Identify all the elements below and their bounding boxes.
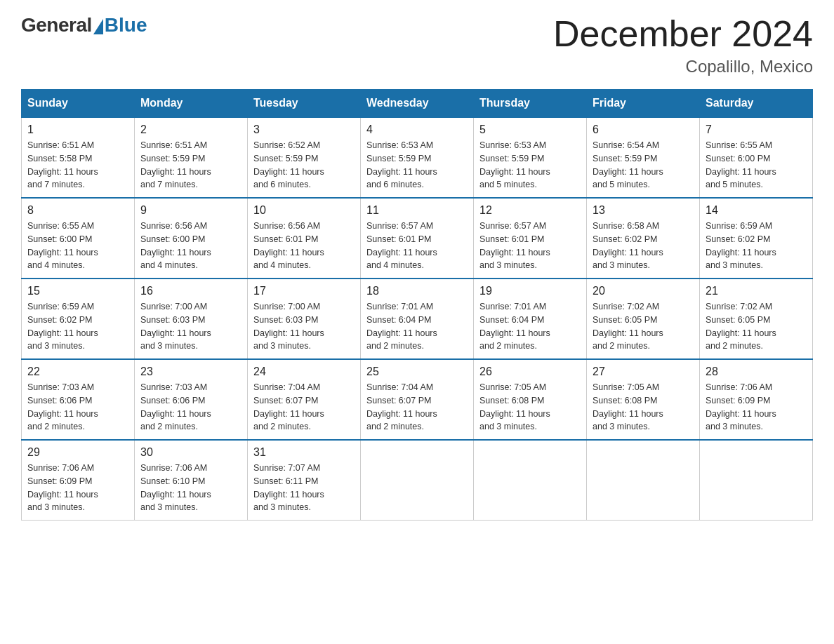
logo-triangle-icon (93, 19, 103, 34)
day-info-12: Sunrise: 6:57 AMSunset: 6:01 PMDaylight:… (479, 220, 581, 272)
cell-week5-day2: 31Sunrise: 7:07 AMSunset: 6:11 PMDayligh… (248, 440, 361, 521)
header-saturday: Saturday (700, 90, 813, 118)
header-sunday: Sunday (22, 90, 135, 118)
day-number-3: 3 (253, 123, 355, 136)
day-info-30: Sunrise: 7:06 AMSunset: 6:10 PMDaylight:… (140, 462, 241, 514)
day-info-21: Sunrise: 7:02 AMSunset: 6:05 PMDaylight:… (706, 300, 807, 353)
cell-week1-day2: 3Sunrise: 6:52 AMSunset: 5:59 PMDaylight… (248, 117, 361, 198)
week-row-1: 1Sunrise: 6:51 AMSunset: 5:58 PMDaylight… (22, 117, 813, 198)
week-row-5: 29Sunrise: 7:06 AMSunset: 6:09 PMDayligh… (22, 440, 813, 521)
day-info-15: Sunrise: 6:59 AMSunset: 6:02 PMDaylight:… (27, 300, 128, 353)
day-info-14: Sunrise: 6:59 AMSunset: 6:02 PMDaylight:… (706, 220, 807, 272)
day-number-8: 8 (27, 204, 128, 217)
day-info-13: Sunrise: 6:58 AMSunset: 6:02 PMDaylight:… (593, 220, 694, 272)
day-info-17: Sunrise: 7:00 AMSunset: 6:03 PMDaylight:… (253, 300, 355, 353)
day-info-9: Sunrise: 6:56 AMSunset: 6:00 PMDaylight:… (140, 220, 241, 272)
day-info-27: Sunrise: 7:05 AMSunset: 6:08 PMDaylight:… (593, 381, 694, 434)
week-row-3: 15Sunrise: 6:59 AMSunset: 6:02 PMDayligh… (22, 279, 813, 359)
cell-week4-day4: 26Sunrise: 7:05 AMSunset: 6:08 PMDayligh… (474, 359, 587, 440)
cell-week1-day3: 4Sunrise: 6:53 AMSunset: 5:59 PMDaylight… (361, 117, 474, 198)
cell-week4-day3: 25Sunrise: 7:04 AMSunset: 6:07 PMDayligh… (361, 359, 474, 440)
cell-week4-day2: 24Sunrise: 7:04 AMSunset: 6:07 PMDayligh… (248, 359, 361, 440)
day-info-20: Sunrise: 7:02 AMSunset: 6:05 PMDaylight:… (593, 300, 694, 353)
day-number-17: 17 (253, 285, 355, 297)
day-number-26: 26 (479, 365, 581, 378)
day-info-23: Sunrise: 7:03 AMSunset: 6:06 PMDaylight:… (140, 381, 241, 434)
cell-week5-day1: 30Sunrise: 7:06 AMSunset: 6:10 PMDayligh… (135, 440, 248, 521)
cell-week3-day6: 21Sunrise: 7:02 AMSunset: 6:05 PMDayligh… (700, 279, 813, 359)
cell-week4-day5: 27Sunrise: 7:05 AMSunset: 6:08 PMDayligh… (587, 359, 700, 440)
day-number-10: 10 (253, 204, 355, 217)
day-number-31: 31 (253, 446, 355, 459)
header-friday: Friday (587, 90, 700, 118)
header-wednesday: Wednesday (361, 90, 474, 118)
day-info-28: Sunrise: 7:06 AMSunset: 6:09 PMDaylight:… (706, 381, 807, 434)
calendar-table: SundayMondayTuesdayWednesdayThursdayFrid… (21, 89, 813, 521)
cell-week2-day6: 14Sunrise: 6:59 AMSunset: 6:02 PMDayligh… (700, 198, 813, 279)
cell-week1-day5: 6Sunrise: 6:54 AMSunset: 5:59 PMDaylight… (587, 117, 700, 198)
day-info-11: Sunrise: 6:57 AMSunset: 6:01 PMDaylight:… (366, 220, 468, 272)
cell-week5-day4 (474, 440, 587, 521)
day-info-7: Sunrise: 6:55 AMSunset: 6:00 PMDaylight:… (706, 139, 807, 192)
day-info-5: Sunrise: 6:53 AMSunset: 5:59 PMDaylight:… (479, 139, 581, 192)
cell-week1-day1: 2Sunrise: 6:51 AMSunset: 5:59 PMDaylight… (135, 117, 248, 198)
day-number-12: 12 (479, 204, 581, 217)
day-info-22: Sunrise: 7:03 AMSunset: 6:06 PMDaylight:… (27, 381, 128, 434)
header-monday: Monday (135, 90, 248, 118)
day-number-29: 29 (27, 446, 128, 459)
day-info-10: Sunrise: 6:56 AMSunset: 6:01 PMDaylight:… (253, 220, 355, 272)
header-thursday: Thursday (474, 90, 587, 118)
page-header: General Blue December 2024 Copalillo, Me… (21, 14, 813, 76)
day-number-21: 21 (706, 285, 807, 297)
day-number-23: 23 (140, 365, 241, 378)
day-number-5: 5 (479, 123, 581, 136)
day-info-6: Sunrise: 6:54 AMSunset: 5:59 PMDaylight:… (593, 139, 694, 192)
day-info-29: Sunrise: 7:06 AMSunset: 6:09 PMDaylight:… (27, 462, 128, 514)
day-number-13: 13 (593, 204, 694, 217)
day-info-4: Sunrise: 6:53 AMSunset: 5:59 PMDaylight:… (366, 139, 468, 192)
cell-week5-day6 (700, 440, 813, 521)
day-info-1: Sunrise: 6:51 AMSunset: 5:58 PMDaylight:… (27, 139, 128, 192)
cell-week4-day1: 23Sunrise: 7:03 AMSunset: 6:06 PMDayligh… (135, 359, 248, 440)
day-info-31: Sunrise: 7:07 AMSunset: 6:11 PMDaylight:… (253, 462, 355, 514)
cell-week2-day5: 13Sunrise: 6:58 AMSunset: 6:02 PMDayligh… (587, 198, 700, 279)
calendar-header: SundayMondayTuesdayWednesdayThursdayFrid… (22, 90, 813, 118)
day-info-16: Sunrise: 7:00 AMSunset: 6:03 PMDaylight:… (140, 300, 241, 353)
cell-week2-day3: 11Sunrise: 6:57 AMSunset: 6:01 PMDayligh… (361, 198, 474, 279)
day-info-24: Sunrise: 7:04 AMSunset: 6:07 PMDaylight:… (253, 381, 355, 434)
cell-week1-day0: 1Sunrise: 6:51 AMSunset: 5:58 PMDaylight… (22, 117, 135, 198)
cell-week5-day5 (587, 440, 700, 521)
day-number-7: 7 (706, 123, 807, 136)
logo-blue-text: Blue (105, 14, 147, 36)
header-tuesday: Tuesday (248, 90, 361, 118)
days-of-week-row: SundayMondayTuesdayWednesdayThursdayFrid… (22, 90, 813, 118)
logo-general-text: General (21, 14, 92, 36)
cell-week4-day0: 22Sunrise: 7:03 AMSunset: 6:06 PMDayligh… (22, 359, 135, 440)
day-number-19: 19 (479, 285, 581, 297)
day-info-8: Sunrise: 6:55 AMSunset: 6:00 PMDaylight:… (27, 220, 128, 272)
day-number-2: 2 (140, 123, 241, 136)
day-info-18: Sunrise: 7:01 AMSunset: 6:04 PMDaylight:… (366, 300, 468, 353)
day-number-20: 20 (593, 285, 694, 297)
day-number-27: 27 (593, 365, 694, 378)
logo: General Blue (21, 14, 147, 36)
cell-week5-day3 (361, 440, 474, 521)
week-row-2: 8Sunrise: 6:55 AMSunset: 6:00 PMDaylight… (22, 198, 813, 279)
day-number-11: 11 (366, 204, 468, 217)
day-number-1: 1 (27, 123, 128, 136)
cell-week2-day1: 9Sunrise: 6:56 AMSunset: 6:00 PMDaylight… (135, 198, 248, 279)
day-number-16: 16 (140, 285, 241, 297)
day-info-26: Sunrise: 7:05 AMSunset: 6:08 PMDaylight:… (479, 381, 581, 434)
day-number-14: 14 (706, 204, 807, 217)
cell-week3-day2: 17Sunrise: 7:00 AMSunset: 6:03 PMDayligh… (248, 279, 361, 359)
cell-week4-day6: 28Sunrise: 7:06 AMSunset: 6:09 PMDayligh… (700, 359, 813, 440)
day-info-25: Sunrise: 7:04 AMSunset: 6:07 PMDaylight:… (366, 381, 468, 434)
calendar-subtitle: Copalillo, Mexico (553, 57, 813, 76)
day-info-3: Sunrise: 6:52 AMSunset: 5:59 PMDaylight:… (253, 139, 355, 192)
cell-week3-day1: 16Sunrise: 7:00 AMSunset: 6:03 PMDayligh… (135, 279, 248, 359)
cell-week2-day2: 10Sunrise: 6:56 AMSunset: 6:01 PMDayligh… (248, 198, 361, 279)
cell-week2-day4: 12Sunrise: 6:57 AMSunset: 6:01 PMDayligh… (474, 198, 587, 279)
day-info-2: Sunrise: 6:51 AMSunset: 5:59 PMDaylight:… (140, 139, 241, 192)
cell-week5-day0: 29Sunrise: 7:06 AMSunset: 6:09 PMDayligh… (22, 440, 135, 521)
cell-week1-day6: 7Sunrise: 6:55 AMSunset: 6:00 PMDaylight… (700, 117, 813, 198)
